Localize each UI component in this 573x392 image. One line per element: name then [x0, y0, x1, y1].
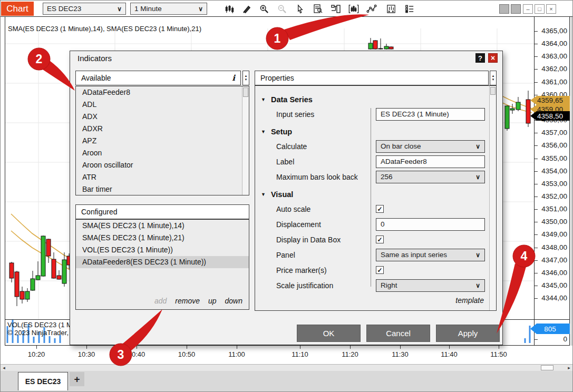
time-tick	[36, 346, 37, 349]
maximize-icon[interactable]: □	[535, 4, 545, 14]
volume-indicator-label: VOL(ES DEC23 (1 Mi	[7, 321, 74, 329]
interval-dropdown[interactable]: 1 Minute ∨	[130, 3, 207, 15]
candle-body	[505, 106, 509, 129]
available-list[interactable]: ADataFeeder8ADLADXADXRAPZAroonAroon osci…	[75, 86, 249, 195]
data-box-icon[interactable]	[313, 4, 323, 14]
properties-scrollbar[interactable]	[489, 86, 496, 310]
available-item[interactable]: ADataFeeder8	[76, 86, 249, 99]
configured-item[interactable]: ADataFeeder8(ES DEC23 (1 Minute))	[76, 256, 249, 268]
pencil-icon[interactable]	[241, 4, 251, 14]
scrollbar-thumb[interactable]	[243, 87, 248, 97]
select-scale-justification[interactable]: Right∨	[376, 279, 485, 292]
time-axis-label: 10:20	[28, 350, 45, 358]
tab-es-dec23[interactable]: ES DEC23	[18, 372, 68, 390]
available-item[interactable]: ADXR	[76, 123, 249, 135]
candle-body	[373, 41, 377, 49]
properties-spinner[interactable]: ▲ ▼	[490, 71, 497, 85]
remove-link[interactable]: remove	[175, 297, 200, 305]
configured-list[interactable]: SMA(ES DEC23 (1 Minute),14)SMA(ES DEC23 …	[75, 219, 249, 310]
section-header[interactable]: ▼Visual	[255, 188, 489, 201]
copyright-label: © 2023 NinjaTrader,	[7, 329, 69, 337]
available-spinner[interactable]: ▲ ▼	[242, 71, 249, 85]
price-tick	[535, 209, 538, 210]
available-item[interactable]: ADX	[76, 111, 249, 123]
spinner-up-icon[interactable]: ▲	[245, 74, 248, 78]
help-icon[interactable]: ?	[475, 53, 485, 63]
down-link[interactable]: down	[225, 297, 242, 305]
checkbox-display-in-data-box[interactable]: ✓	[376, 236, 384, 243]
chart-style-icon[interactable]	[224, 4, 235, 14]
available-item[interactable]: APZ	[76, 135, 249, 147]
minimize-icon[interactable]: –	[523, 4, 533, 14]
scroll-left-icon[interactable]: ◂	[1, 365, 7, 371]
section-title: Data Series	[271, 95, 313, 104]
text-field-label[interactable]: ADataFeeder8	[376, 155, 485, 168]
checkbox-auto-scale[interactable]: ✓	[376, 205, 384, 213]
select-maximum-bars-look-back[interactable]: 256∨	[376, 171, 485, 183]
section-header[interactable]: ▼Data Series	[255, 93, 489, 106]
collapse-arrow-icon[interactable]: ▼	[261, 97, 266, 102]
text-field-displacement[interactable]: 0	[376, 218, 485, 231]
properties-header: Properties	[255, 71, 489, 85]
time-axis[interactable]: 10:2010:3010:4010:5011:0011:1011:2011:30…	[1, 346, 573, 364]
text-field-input-series[interactable]: ES DEC23 (1 Minute)	[376, 108, 485, 121]
spinner-down-icon[interactable]: ▼	[492, 78, 495, 82]
select-calculate[interactable]: On bar close∨	[376, 140, 485, 153]
spinner-up-icon[interactable]: ▲	[492, 74, 495, 78]
close-icon[interactable]: ×	[546, 4, 556, 14]
chart-trader-icon[interactable]	[331, 4, 341, 14]
price-tick	[535, 234, 538, 235]
checkbox-price-marker-s-[interactable]: ✓	[376, 266, 384, 274]
available-item[interactable]: Aroon	[76, 147, 249, 159]
info-icon[interactable]: i	[232, 73, 235, 83]
zoom-in-icon[interactable]	[259, 4, 269, 14]
price-tick	[535, 197, 538, 197]
volume-bar	[33, 337, 35, 343]
available-scrollbar[interactable]	[242, 86, 249, 195]
indicators-icon[interactable]	[348, 4, 359, 14]
available-item[interactable]: Aroon oscillator	[76, 159, 249, 171]
panel-button-2[interactable]	[511, 4, 521, 14]
section-header[interactable]: ▼Setup	[255, 125, 489, 139]
scrollbar-thumb[interactable]	[490, 87, 496, 95]
scrollbar-thumb[interactable]	[541, 365, 553, 370]
select-panel[interactable]: Same as input series∨	[376, 249, 485, 261]
time-tick	[237, 346, 237, 349]
candle-body	[62, 260, 66, 283]
scroll-right-icon[interactable]: ▸	[566, 365, 572, 371]
price-marker-4359,65: 4359,65	[530, 96, 570, 105]
template-link[interactable]: template	[455, 296, 484, 305]
data-series-icon[interactable]	[386, 4, 396, 14]
panel-separator	[535, 319, 569, 320]
price-axis[interactable]: 4365,004364,004363,004362,004361,004360,…	[534, 17, 570, 346]
spinner-down-icon[interactable]: ▼	[245, 78, 248, 82]
price-axis-label: 4362,00	[541, 65, 567, 73]
candle-body	[15, 272, 19, 297]
zoom-out-icon[interactable]	[277, 4, 287, 14]
time-tick	[400, 346, 401, 349]
property-section: ▼VisualAuto scale✓Displacement0Display i…	[255, 188, 489, 293]
available-item[interactable]: Bar timer	[76, 183, 249, 195]
available-item[interactable]: ADL	[76, 99, 249, 111]
cancel-button[interactable]: Cancel	[366, 325, 430, 342]
price-axis-label: 4364,00	[541, 40, 567, 47]
properties-icon[interactable]	[404, 4, 415, 14]
configured-item[interactable]: VOL(ES DEC23 (1 Minute))	[76, 244, 249, 256]
dialog-titlebar[interactable]: Indicators ? ×	[70, 51, 502, 66]
cursor-icon[interactable]	[295, 4, 305, 14]
up-link[interactable]: up	[208, 297, 217, 305]
configured-item[interactable]: SMA(ES DEC23 (1 Minute),14)	[76, 220, 249, 232]
add-tab-button[interactable]: +	[70, 372, 84, 386]
candle-body	[389, 47, 393, 49]
symbol-dropdown[interactable]: ES DEC23 ∨	[43, 3, 126, 15]
apply-button[interactable]: Apply	[436, 325, 500, 342]
ok-button[interactable]: OK	[297, 325, 361, 342]
collapse-arrow-icon[interactable]: ▼	[261, 129, 266, 134]
configured-item[interactable]: SMA(ES DEC23 (1 Minute),21)	[76, 232, 249, 244]
panel-button-1[interactable]	[499, 4, 509, 14]
available-item[interactable]: ATR	[76, 171, 249, 183]
collapse-arrow-icon[interactable]: ▼	[261, 192, 266, 197]
horizontal-scrollbar[interactable]: ◂ ▸	[1, 364, 573, 371]
strategies-icon[interactable]	[366, 4, 377, 14]
close-icon[interactable]: ×	[488, 53, 498, 63]
